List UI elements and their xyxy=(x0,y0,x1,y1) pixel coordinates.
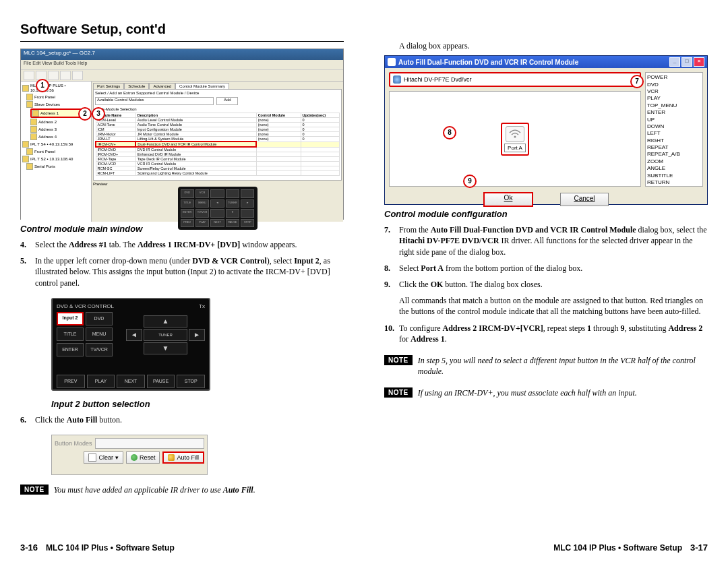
step-10-text: To configure Address 2 IRCM-DV+[VCR], re… xyxy=(399,323,708,344)
toolbar-btn xyxy=(24,71,34,80)
wifi-icon xyxy=(506,126,524,142)
close-icon: × xyxy=(694,57,704,67)
callout-3: 3 xyxy=(92,107,105,121)
port-a-group: Port A xyxy=(501,123,529,156)
function-list: POWERDVDVCR PLAYTOP_MENUENTER UPDOWNLEFT… xyxy=(645,72,703,187)
callout-1: 1 xyxy=(36,79,49,92)
screenshot-dvd-vcr-control: DVD & VCR CONTROLTx Input 2 DVD ▲ ◄TUNER… xyxy=(51,298,210,391)
ss1-preview: Preview DVDVCR TITLEMENU◄TUNER► ENTERTV/… xyxy=(93,182,342,230)
step-4-text: Select the Address #1 tab. The Address 1… xyxy=(35,239,344,250)
maximize-icon: □ xyxy=(681,57,692,67)
ss1-add-btn: Add xyxy=(216,97,238,105)
toolbar-btn xyxy=(48,71,59,80)
intro-text: A dialog box appears. xyxy=(399,40,708,51)
toolbar-btn xyxy=(60,71,71,80)
note-step5: NOTE In step 5, you will need to select … xyxy=(384,355,708,377)
ss1-menubar: File Edit View Build Tools Help xyxy=(21,60,343,70)
ss1-module-table: Module NameDescriptionControl ModuleUpda… xyxy=(95,113,340,176)
autofill-icon xyxy=(168,454,175,461)
callout-2: 2 xyxy=(78,107,92,121)
clear-icon xyxy=(88,454,96,462)
screenshot-control-module-main: MLC 104_setup.gc* — GC2.7 File Edit View… xyxy=(20,49,344,220)
note-autofill: NOTE You must have added an applicable I… xyxy=(20,485,344,495)
steps-7-10: 7.From the Auto Fill Dual-Function DVD a… xyxy=(384,224,708,344)
page-right: A dialog box appears. Auto Fill Dual-Fun… xyxy=(364,0,728,562)
step-5-text: In the upper left corner drop-down menu … xyxy=(35,255,344,288)
driver-icon xyxy=(393,75,401,84)
button-modes-select xyxy=(95,438,204,449)
reset-icon xyxy=(131,454,138,461)
note-badge: NOTE xyxy=(384,387,413,398)
note-badge: NOTE xyxy=(20,485,49,495)
ss1-pane: Select / Add an Extron Supported Control… xyxy=(93,89,342,181)
step-6: 6.Click the Auto Fill button. xyxy=(20,414,344,425)
toolbar-btn xyxy=(72,71,83,80)
step-9b-text: All commands that match a button on the … xyxy=(399,295,708,317)
section-title: Software Setup, cont'd xyxy=(20,22,344,37)
ok-button: Ok xyxy=(483,192,533,207)
steps-4-5: 4.Select the Address #1 tab. The Address… xyxy=(20,239,344,288)
ss1-toolbar xyxy=(21,70,343,82)
ss1-tabs: Port Settings Schedule Advanced Control … xyxy=(93,83,342,89)
step-7-text: From the Auto Fill Dual-Function DVD and… xyxy=(399,224,708,257)
footer-right: MLC 104 IP Plus • Software Setup 3-17 xyxy=(553,542,708,553)
rule xyxy=(20,41,344,42)
ss1-dropdown: Available Control Modules xyxy=(95,97,214,105)
svg-point-0 xyxy=(514,135,516,137)
note-badge: NOTE xyxy=(384,355,413,365)
input2-button: Input 2 xyxy=(57,312,84,325)
caption-input2: Input 2 button selection xyxy=(51,399,344,409)
ss1-titlebar: MLC 104_setup.gc* — GC2.7 xyxy=(21,49,343,60)
screenshot-button-modes: Button Modes Clear ▾ Reset Auto Fill xyxy=(51,435,208,475)
cancel-button: Cancel xyxy=(560,193,609,206)
step-6-text: Click the Auto Fill button. xyxy=(35,414,344,425)
caption-config: Control module configuration xyxy=(384,209,708,219)
autofill-button: Auto Fill xyxy=(162,451,204,464)
footer-left: 3-16 MLC 104 IP Plus • Software Setup xyxy=(20,542,175,553)
note-ircm: NOTE If using an IRCM-DV+, you must asso… xyxy=(384,387,708,398)
reset-button: Reset xyxy=(126,451,160,464)
step-8-text: Select Port A from the bottom portion of… xyxy=(399,263,708,274)
step-9-text: Click the OK button. The dialog box clos… xyxy=(399,279,708,290)
page-left: Software Setup, cont'd MLC 104_setup.gc*… xyxy=(0,0,364,562)
minimize-icon: _ xyxy=(669,57,680,67)
dialog-icon xyxy=(388,58,396,66)
clear-button: Clear ▾ xyxy=(84,451,123,464)
driver-select: Hitachi DV-PF7E Dvd/vcr xyxy=(389,72,641,87)
screenshot-autofill-dialog: Auto Fill Dual-Function DVD and VCR IR C… xyxy=(384,55,708,205)
ss1-tree: MLC 104 IP PLUS • 10.13.160.56 Front Pan… xyxy=(21,82,92,222)
